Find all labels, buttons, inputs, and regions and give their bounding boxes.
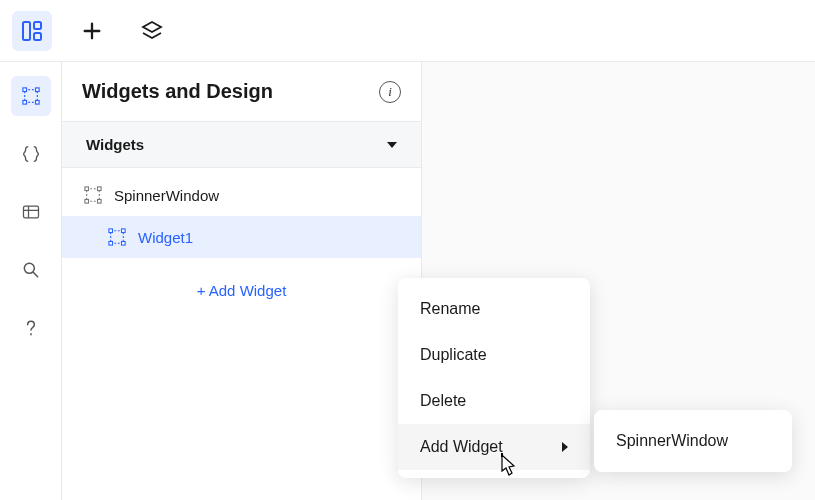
svg-rect-6: [22, 101, 26, 105]
help-icon: [21, 318, 41, 338]
layers-button[interactable]: [132, 11, 172, 51]
svg-rect-18: [109, 242, 113, 246]
chevron-right-icon: [562, 442, 568, 452]
widgets-tree: SpinnerWindow Widget1: [62, 168, 421, 264]
menu-item-duplicate[interactable]: Duplicate: [398, 332, 590, 378]
plus-icon: [81, 20, 103, 42]
menu-item-delete[interactable]: Delete: [398, 378, 590, 424]
add-widget-button[interactable]: + Add Widget: [62, 264, 421, 317]
sidebar-item-table[interactable]: [11, 192, 51, 232]
svg-rect-4: [22, 88, 26, 92]
menu-item-label: Delete: [420, 392, 466, 410]
tree-item-label: Widget1: [138, 229, 193, 246]
section-title: Widgets: [86, 136, 144, 153]
sidebar-item-search[interactable]: [11, 250, 51, 290]
widgets-section-header[interactable]: Widgets: [62, 122, 421, 168]
layers-icon: [140, 19, 164, 43]
svg-rect-7: [35, 101, 39, 105]
widget-icon: [84, 186, 102, 204]
chevron-down-icon: [387, 142, 397, 148]
tree-item-widget1[interactable]: Widget1: [62, 216, 421, 258]
sidebar-item-design[interactable]: [11, 76, 51, 116]
topbar: [0, 0, 815, 62]
sidebar-item-code[interactable]: [11, 134, 51, 174]
search-icon: [21, 260, 41, 280]
menu-item-add-widget[interactable]: Add Widget: [398, 424, 590, 470]
svg-rect-1: [34, 22, 41, 29]
submenu-item-spinnerwindow[interactable]: SpinnerWindow: [594, 418, 792, 464]
sidebar-item-help[interactable]: [11, 308, 51, 348]
svg-rect-0: [23, 22, 30, 40]
layout-button[interactable]: [12, 11, 52, 51]
layout-icon: [20, 19, 44, 43]
add-button[interactable]: [72, 11, 112, 51]
svg-point-9: [24, 263, 34, 273]
svg-rect-19: [122, 242, 126, 246]
svg-rect-5: [35, 88, 39, 92]
svg-rect-14: [98, 200, 102, 204]
menu-item-label: Duplicate: [420, 346, 487, 364]
menu-item-label: Add Widget: [420, 438, 503, 456]
table-icon: [21, 202, 41, 222]
sidebar: [0, 62, 62, 500]
svg-rect-17: [122, 229, 126, 233]
add-widget-submenu: SpinnerWindow: [594, 410, 792, 472]
svg-rect-11: [85, 187, 89, 191]
panel-title: Widgets and Design: [82, 80, 273, 103]
design-icon: [22, 87, 40, 105]
context-menu: Rename Duplicate Delete Add Widget: [398, 278, 590, 478]
tree-item-spinnerwindow[interactable]: SpinnerWindow: [62, 174, 421, 216]
menu-item-rename[interactable]: Rename: [398, 286, 590, 332]
panel-header: Widgets and Design i: [62, 62, 421, 122]
svg-rect-8: [23, 206, 38, 218]
svg-rect-13: [85, 200, 89, 204]
widgets-panel: Widgets and Design i Widgets SpinnerWind…: [62, 62, 422, 500]
menu-item-label: Rename: [420, 300, 480, 318]
svg-rect-2: [34, 33, 41, 40]
svg-rect-16: [109, 229, 113, 233]
tree-item-label: SpinnerWindow: [114, 187, 219, 204]
code-icon: [20, 143, 42, 165]
svg-rect-12: [98, 187, 102, 191]
info-icon[interactable]: i: [379, 81, 401, 103]
submenu-item-label: SpinnerWindow: [616, 432, 728, 449]
widget-icon: [108, 228, 126, 246]
